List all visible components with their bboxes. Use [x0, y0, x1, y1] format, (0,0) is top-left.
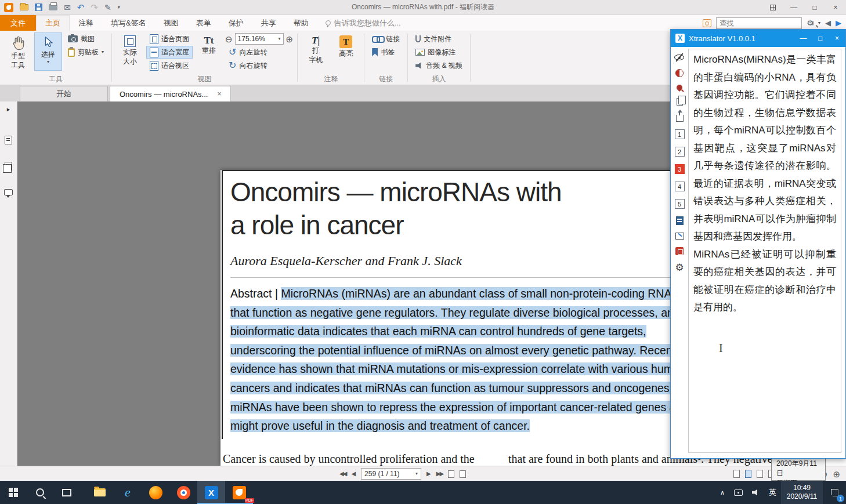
- snapshot-button[interactable]: 截图: [64, 32, 107, 45]
- gear-caret-icon[interactable]: ▾: [818, 21, 820, 26]
- typewriter-button[interactable]: T| 打 字机: [302, 32, 330, 71]
- layout-grid-icon[interactable]: [762, 0, 783, 15]
- tab-home[interactable]: 主页: [36, 15, 70, 31]
- next-view-icon[interactable]: [460, 470, 466, 478]
- tab-form[interactable]: 表单: [187, 15, 220, 31]
- hand-tool-button[interactable]: 手型 工具: [4, 32, 32, 71]
- select-tool-button[interactable]: 选择 ▾: [34, 32, 62, 71]
- zoom-out-icon[interactable]: ⊖: [225, 35, 233, 43]
- zoom-in-icon[interactable]: ⊕: [286, 35, 294, 43]
- touchpad-tray-icon[interactable]: [729, 481, 747, 504]
- document-mode-icon[interactable]: [676, 216, 684, 225]
- close-button[interactable]: ×: [825, 0, 846, 15]
- tab-fill-sign[interactable]: 填写&签名: [102, 15, 155, 31]
- hidden-icons-chevron[interactable]: ∧: [715, 481, 729, 504]
- redo-icon[interactable]: ↷: [91, 3, 98, 12]
- taskbar-search-button[interactable]: [27, 481, 53, 504]
- settings-gear-icon[interactable]: ⚙: [675, 263, 684, 273]
- find-box[interactable]: [716, 17, 802, 29]
- translate-mode-icon[interactable]: [675, 247, 684, 255]
- search-document-icon[interactable]: [703, 19, 711, 27]
- action-center-button[interactable]: 1: [823, 481, 846, 504]
- zoom-in-icon[interactable]: ⊕: [833, 470, 840, 478]
- continuous-view-icon[interactable]: [745, 470, 751, 478]
- tab-document[interactable]: Oncomirs — microRNAs... ×: [110, 86, 231, 101]
- engine-slot-1[interactable]: 1: [675, 129, 685, 139]
- rotate-right-button[interactable]: ↻ 向右旋转: [225, 59, 293, 72]
- qat-caret-icon[interactable]: ▾: [118, 5, 120, 10]
- tab-share[interactable]: 共享: [252, 15, 285, 31]
- open-file-icon[interactable]: [20, 4, 28, 10]
- tab-close-icon[interactable]: ×: [217, 90, 221, 98]
- last-page-icon[interactable]: ▶▶: [436, 471, 443, 477]
- media-app-button[interactable]: [169, 481, 197, 504]
- tell-me-box[interactable]: 告诉我您想做什么...: [317, 15, 401, 31]
- bookmarks-panel-icon[interactable]: [5, 136, 12, 144]
- engine-slot-5[interactable]: 5: [675, 199, 685, 209]
- export-icon[interactable]: [676, 115, 684, 122]
- chevron-left-icon[interactable]: ◀: [825, 19, 831, 27]
- foxit-taskbar-button[interactable]: PDF: [225, 481, 253, 504]
- xt-close-button[interactable]: ×: [829, 30, 845, 47]
- audio-video-button[interactable]: 音频 & 视频: [412, 59, 466, 72]
- print-icon[interactable]: [49, 4, 57, 10]
- internet-explorer-button[interactable]: e: [114, 481, 142, 504]
- resize-window-icon[interactable]: [675, 233, 684, 240]
- xtranslator-titlebar[interactable]: X Xtranslator V1.0.0.1 — □ ×: [671, 30, 845, 47]
- previous-view-icon[interactable]: [448, 470, 454, 478]
- maximize-button[interactable]: □: [804, 0, 825, 15]
- find-input[interactable]: [717, 19, 812, 27]
- tab-protect[interactable]: 保护: [220, 15, 252, 31]
- first-page-icon[interactable]: ◀◀: [339, 471, 346, 477]
- engine-slot-2[interactable]: 2: [675, 147, 685, 157]
- clipboard-button[interactable]: 剪贴板 ▾: [64, 46, 107, 59]
- page-number-combobox[interactable]: 259 (1 / 11) ▾: [361, 468, 421, 480]
- minimize-button[interactable]: —: [783, 0, 804, 15]
- engine-slot-3-active[interactable]: 3: [675, 164, 685, 174]
- xt-maximize-button[interactable]: □: [812, 30, 829, 47]
- fit-visible-button[interactable]: 适合视区: [146, 59, 193, 72]
- bookmark-button[interactable]: 书签: [368, 46, 403, 59]
- file-explorer-button[interactable]: [86, 481, 114, 504]
- file-menu-button[interactable]: 文件: [0, 15, 36, 31]
- start-button[interactable]: [0, 481, 27, 504]
- single-page-view-icon[interactable]: [733, 470, 740, 478]
- comments-panel-icon[interactable]: [4, 189, 13, 195]
- pin-icon[interactable]: [675, 84, 684, 92]
- undo-icon[interactable]: ↶: [77, 3, 85, 12]
- email-icon[interactable]: ✉: [64, 3, 71, 12]
- input-method-indicator[interactable]: 英: [764, 481, 781, 504]
- chevron-right-icon[interactable]: ▶: [836, 19, 841, 27]
- engine-slot-4[interactable]: 4: [675, 182, 685, 191]
- xt-minimize-button[interactable]: —: [795, 30, 812, 47]
- taskbar-clock[interactable]: 10:49 2020/9/11: [781, 481, 823, 504]
- translation-text-area[interactable]: MicroRNAs(MiRNAs)是一类丰富的非蛋白编码的小RNA，具有负基因调…: [688, 49, 841, 453]
- fit-width-button[interactable]: 适合宽度: [146, 46, 193, 59]
- file-attachment-button[interactable]: 文件附件: [412, 32, 466, 45]
- save-icon[interactable]: [35, 3, 42, 11]
- highlight-button[interactable]: T 高亮: [332, 32, 360, 71]
- zoom-combobox[interactable]: 175.16% ▾: [235, 33, 284, 45]
- hide-translation-icon[interactable]: [674, 53, 685, 61]
- reflow-button[interactable]: Tt 重排: [195, 32, 223, 71]
- rotate-left-button[interactable]: ↺ 向左旋转: [225, 46, 293, 59]
- tab-help[interactable]: 帮助: [285, 15, 317, 31]
- next-page-icon[interactable]: ▶: [426, 471, 431, 477]
- volume-tray-icon[interactable]: [747, 481, 764, 504]
- contrast-theme-icon[interactable]: [675, 69, 684, 77]
- copy-icon[interactable]: [677, 98, 683, 106]
- firefox-button[interactable]: [142, 481, 169, 504]
- xtranslator-taskbar-button[interactable]: X: [197, 481, 225, 504]
- customize-toolbar-icon[interactable]: ✎: [104, 3, 111, 12]
- tab-comment[interactable]: 注释: [70, 15, 102, 31]
- tab-start-page[interactable]: 开始: [20, 86, 108, 101]
- tab-view[interactable]: 视图: [155, 15, 187, 31]
- pages-panel-icon[interactable]: [5, 162, 12, 171]
- previous-page-icon[interactable]: ◀: [351, 471, 356, 477]
- expand-panel-icon[interactable]: ▸: [7, 106, 10, 113]
- link-button[interactable]: 链接: [368, 32, 403, 45]
- search-icon[interactable]: [812, 21, 814, 26]
- task-view-button[interactable]: [53, 481, 80, 504]
- actual-size-button[interactable]: 实际 大小: [116, 32, 144, 71]
- foxit-logo-icon[interactable]: [4, 3, 13, 12]
